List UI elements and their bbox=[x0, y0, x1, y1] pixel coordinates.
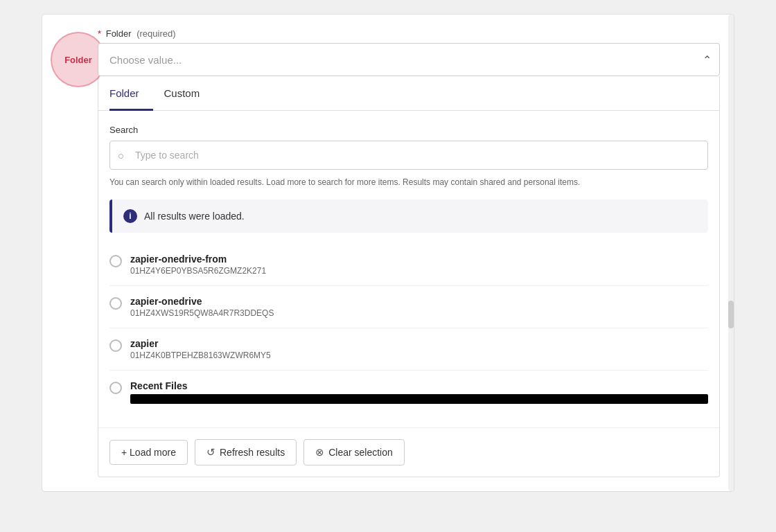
list-item-title-3: Recent Files bbox=[130, 380, 708, 391]
field-name: Folder bbox=[106, 28, 132, 39]
tab-custom[interactable]: Custom bbox=[164, 76, 214, 111]
tab-folder[interactable]: Folder bbox=[109, 76, 153, 111]
radio-items-list: zapier-onedrive-from 01HZ4Y6EP0YBSA5R6ZG… bbox=[109, 244, 708, 414]
tab-content-folder: Search ○ You can search only within load… bbox=[98, 111, 719, 427]
search-input[interactable] bbox=[109, 141, 708, 170]
scrollbar-thumb[interactable] bbox=[728, 301, 734, 328]
radio-button-3[interactable] bbox=[109, 382, 122, 394]
radio-button-1[interactable] bbox=[109, 297, 122, 310]
clear-label: Clear selection bbox=[328, 447, 393, 458]
footer-buttons: + Load more ↺ Refresh results ⊗ Clear se… bbox=[98, 427, 719, 477]
choose-highlight-text: Folder bbox=[64, 55, 92, 65]
search-label: Search bbox=[109, 125, 708, 135]
refresh-icon: ↺ bbox=[206, 446, 215, 459]
refresh-results-button[interactable]: ↺ Refresh results bbox=[195, 439, 297, 466]
clear-selection-button[interactable]: ⊗ Clear selection bbox=[303, 439, 405, 466]
refresh-label: Refresh results bbox=[220, 447, 285, 458]
field-label: * Folder (required) bbox=[98, 28, 720, 39]
list-item[interactable]: zapier-onedrive-from 01HZ4Y6EP0YBSA5R6ZG… bbox=[109, 244, 708, 286]
list-item[interactable]: zapier-onedrive 01HZ4XWS19R5QW8A4R7R3DDE… bbox=[109, 286, 708, 328]
info-icon: i bbox=[123, 209, 137, 223]
scrollbar-track[interactable] bbox=[728, 15, 734, 491]
search-icon: ○ bbox=[118, 150, 124, 161]
chevron-up-icon: ⌃ bbox=[703, 53, 712, 66]
load-more-button[interactable]: + Load more bbox=[109, 440, 188, 465]
clear-icon: ⊗ bbox=[315, 446, 324, 459]
list-item[interactable]: zapier 01HZ4K0BTPEHZB8163WZWR6MY5 bbox=[109, 328, 708, 371]
list-item-content-2: zapier 01HZ4K0BTPEHZB8163WZWR6MY5 bbox=[130, 338, 708, 360]
field-container: * Folder (required) Folder Choose value.… bbox=[42, 14, 734, 492]
info-text: All results were loaded. bbox=[144, 211, 245, 222]
main-container: * Folder (required) Folder Choose value.… bbox=[42, 14, 734, 492]
list-item-subtitle-0: 01HZ4Y6EP0YBSA5R6ZGMZ2K271 bbox=[130, 266, 708, 276]
info-box: i All results were loaded. bbox=[109, 200, 708, 233]
dropdown-panel: Folder Custom Search ○ You can search on… bbox=[98, 76, 720, 477]
required-text: (required) bbox=[136, 28, 175, 39]
radio-button-0[interactable] bbox=[109, 255, 122, 267]
list-item-content-3: Recent Files bbox=[130, 380, 708, 404]
search-hint: You can search only within loaded result… bbox=[109, 177, 708, 188]
list-item-subtitle-1: 01HZ4XWS19R5QW8A4R7R3DDEQS bbox=[130, 308, 708, 318]
choose-input-wrapper: Folder Choose value... ⌃ bbox=[98, 43, 720, 76]
choose-input[interactable]: Choose value... bbox=[98, 43, 720, 76]
tabs-bar: Folder Custom bbox=[98, 76, 719, 111]
list-item[interactable]: Recent Files bbox=[109, 371, 708, 414]
radio-button-2[interactable] bbox=[109, 339, 122, 352]
load-more-label: + Load more bbox=[121, 447, 176, 458]
list-item-subtitle-redacted-3 bbox=[130, 394, 708, 404]
list-item-title-0: zapier-onedrive-from bbox=[130, 254, 708, 265]
choose-placeholder: Choose value... bbox=[109, 54, 182, 66]
list-item-content-0: zapier-onedrive-from 01HZ4Y6EP0YBSA5R6ZG… bbox=[130, 254, 708, 276]
list-item-content-1: zapier-onedrive 01HZ4XWS19R5QW8A4R7R3DDE… bbox=[130, 296, 708, 318]
list-item-title-2: zapier bbox=[130, 338, 708, 349]
required-star: * bbox=[98, 28, 101, 39]
search-input-wrapper: ○ bbox=[109, 141, 708, 170]
list-item-subtitle-2: 01HZ4K0BTPEHZB8163WZWR6MY5 bbox=[130, 351, 708, 360]
list-item-title-1: zapier-onedrive bbox=[130, 296, 708, 307]
